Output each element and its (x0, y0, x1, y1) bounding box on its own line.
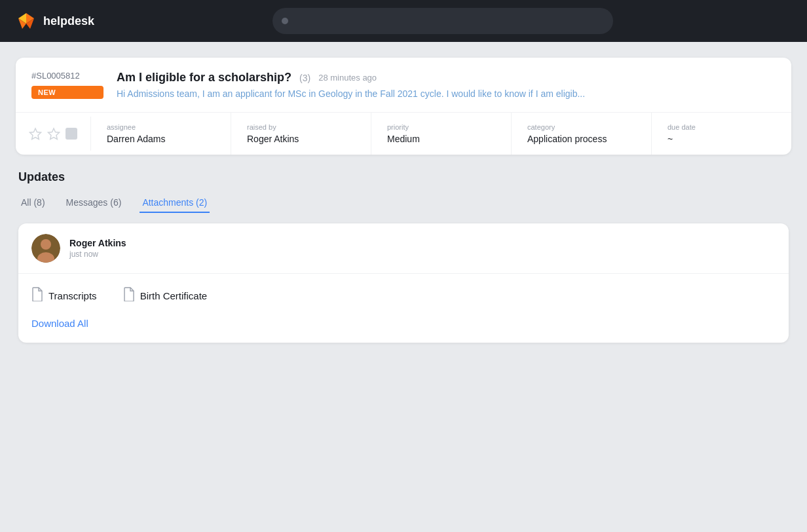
top-navigation: helpdesk (0, 0, 807, 42)
meta-category: category Application process (512, 113, 652, 155)
ticket-title-row: Am I eligible for a scholarship? (3) 28 … (117, 71, 776, 85)
app-name: helpdesk (43, 14, 94, 28)
sender-time: just now (69, 250, 126, 259)
file-name-birth-cert: Birth Certificate (140, 290, 208, 301)
file-item[interactable]: Birth Certificate (123, 287, 208, 305)
meta-raised: raised by Roger Atkins (231, 113, 371, 155)
sender-info: Roger Atkins just now (69, 238, 126, 259)
tab-all[interactable]: All (8) (18, 193, 48, 213)
assignee-label: assignee (107, 123, 215, 131)
avatar-image (31, 234, 60, 263)
star-filled-icon[interactable] (47, 127, 60, 140)
due-date-value: ~ (667, 134, 776, 144)
search-icon (282, 18, 288, 24)
tab-attachments[interactable]: Attachments (2) (140, 193, 210, 213)
priority-label: priority (387, 123, 495, 131)
ticket-time: 28 minutes ago (318, 73, 377, 83)
download-all-link[interactable]: Download All (31, 318, 88, 329)
meta-due-date: due date ~ (652, 113, 791, 155)
raised-value: Roger Atkins (247, 134, 355, 144)
tab-messages[interactable]: Messages (6) (64, 193, 124, 213)
logo-icon (16, 10, 37, 31)
ticket-header: #SL0005812 NEW Am I eligible for a schol… (16, 58, 791, 113)
star-empty-icon[interactable] (29, 127, 42, 140)
ticket-id: #SL0005812 (31, 71, 103, 81)
svg-marker-5 (48, 128, 60, 140)
file-icon (31, 287, 43, 305)
ticket-card: #SL0005812 NEW Am I eligible for a schol… (16, 58, 791, 155)
assignee-value: Darren Adams (107, 134, 215, 144)
ticket-count: (3) (299, 73, 310, 83)
updates-tabs: All (8) Messages (6) Attachments (2) (18, 193, 789, 213)
attachment-header: Roger Atkins just now (18, 223, 789, 274)
meta-actions (16, 117, 91, 151)
avatar (31, 234, 60, 263)
category-label: category (527, 123, 635, 131)
priority-value: Medium (387, 134, 495, 144)
meta-assignee: assignee Darren Adams (91, 113, 231, 155)
raised-label: raised by (247, 123, 355, 131)
updates-section: Updates All (8) Messages (6) Attachments… (16, 170, 791, 343)
sender-name: Roger Atkins (69, 238, 126, 248)
ticket-main: Am I eligible for a scholarship? (3) 28 … (117, 71, 776, 99)
svg-marker-4 (30, 128, 41, 140)
ticket-meta: assignee Darren Adams raised by Roger At… (16, 113, 791, 155)
ticket-preview: Hi Admissions team, I am an applicant fo… (117, 88, 641, 99)
logo: helpdesk (16, 10, 94, 31)
attachment-files: Transcripts Birth Certificate (18, 274, 789, 310)
file-icon (123, 287, 135, 305)
search-bar[interactable] (272, 8, 613, 34)
main-content: #SL0005812 NEW Am I eligible for a schol… (0, 42, 807, 358)
due-date-label: due date (667, 123, 776, 131)
status-toggle-icon[interactable] (66, 128, 77, 140)
meta-priority: priority Medium (371, 113, 512, 155)
category-value: Application process (527, 134, 635, 144)
search-input[interactable] (272, 8, 613, 34)
ticket-badge: NEW (31, 86, 103, 99)
download-all-container: Download All (18, 310, 789, 343)
file-item[interactable]: Transcripts (31, 287, 97, 305)
attachment-card: Roger Atkins just now Transcripts (18, 223, 789, 343)
updates-title: Updates (18, 170, 789, 184)
ticket-title: Am I eligible for a scholarship? (117, 71, 291, 85)
file-name-transcripts: Transcripts (48, 290, 97, 301)
